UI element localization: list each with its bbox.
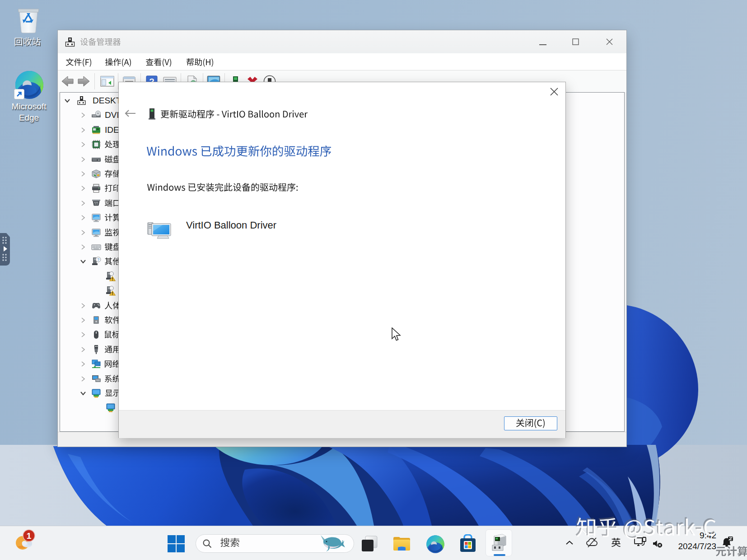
- svg-text:1: 1: [27, 531, 32, 541]
- svg-text:?: ?: [97, 257, 99, 262]
